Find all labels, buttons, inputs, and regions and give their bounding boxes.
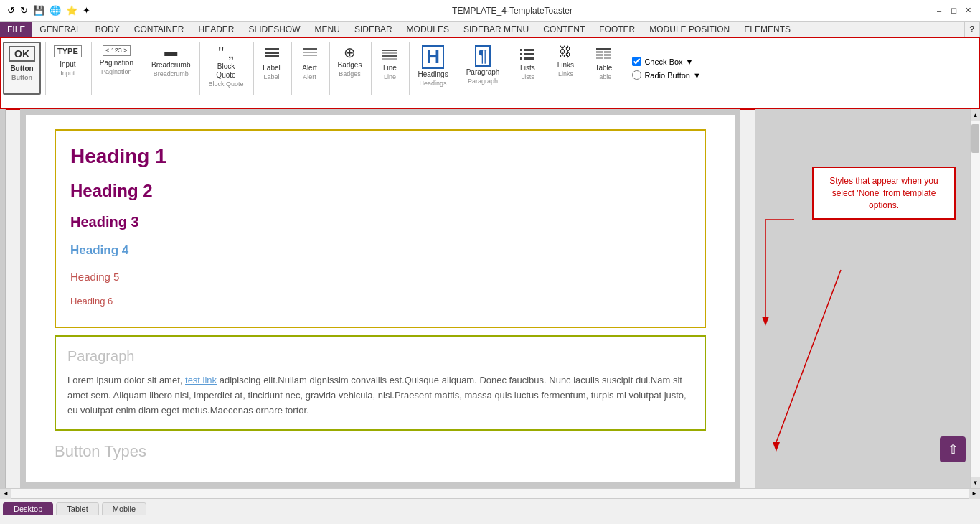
blockquote-tool[interactable]: " „ Block Quote Block Quote (203, 42, 248, 95)
checkbox-row: Check Box ▼ (632, 57, 701, 66)
redo-icon[interactable]: ↻ (19, 5, 29, 16)
links-sublabel: Links (558, 70, 573, 78)
radio-input[interactable] (632, 70, 641, 80)
h-scrollbar: ◄ ► (0, 488, 980, 498)
v-scrollbar: ▲ ▼ (970, 109, 980, 488)
checkbox-dropdown[interactable]: ▼ (686, 57, 694, 66)
blockquote-icon: " „ (218, 45, 233, 61)
table-tool[interactable]: Table Table (588, 42, 618, 95)
paragraph-icon: ¶ (475, 45, 491, 67)
alert-tool[interactable]: Alert Alert (295, 42, 325, 95)
radio-row: Radio Button ▼ (632, 70, 701, 80)
paragraph-tool[interactable]: ¶ Paragraph Paragraph (461, 42, 505, 95)
svg-rect-6 (382, 50, 397, 51)
menu-menu[interactable]: MENU (308, 22, 347, 37)
button-tool[interactable]: OK Button Button (3, 42, 41, 95)
para-link[interactable]: test link (185, 375, 217, 385)
blockquote-label: Block (217, 62, 235, 71)
button-label: Button (10, 65, 33, 73)
menu-file[interactable]: FILE (0, 22, 32, 37)
input-tool[interactable]: TYPE Input Input (49, 42, 87, 95)
page-content[interactable]: Heading 1 Heading 2 Heading 3 Heading 4 … (20, 109, 740, 488)
line-tool[interactable]: Line Line (374, 42, 405, 95)
menu-slideshow[interactable]: SLIDESHOW (242, 22, 308, 37)
ribbon: OK Button Button TYPE Input Input < 123 … (0, 37, 980, 109)
alert-icon (301, 45, 319, 62)
save-icon[interactable]: 💾 (32, 5, 46, 16)
pagination-label: Pagination (100, 59, 133, 67)
lists-icon (519, 45, 536, 62)
app-icon: ✦ (81, 5, 92, 16)
menu-bar: FILE GENERAL BODY CONTAINER HEADER SLIDE… (0, 22, 980, 37)
restore-btn[interactable]: ◻ (947, 4, 960, 17)
table-sublabel: Table (596, 73, 612, 80)
label-tool[interactable]: Label Label (257, 42, 287, 95)
lists-tool[interactable]: Lists Lists (512, 42, 542, 95)
svg-rect-18 (604, 51, 611, 53)
button-icon: OK (9, 46, 35, 62)
menu-header[interactable]: HEADER (192, 22, 242, 37)
menu-general[interactable]: GENERAL (32, 22, 88, 37)
svg-rect-7 (382, 52, 397, 54)
menu-footer[interactable]: FOOTER (592, 22, 642, 37)
checkbox-radio-group: Check Box ▼ Radio Button ▼ (626, 42, 707, 95)
heading-1: Heading 1 (70, 145, 690, 168)
tab-desktop[interactable]: Desktop (3, 502, 53, 515)
h-scroll-left[interactable]: ◄ (0, 489, 11, 499)
tab-tablet[interactable]: Tablet (56, 502, 98, 515)
scroll-up-btn[interactable]: ⇧ (940, 436, 966, 462)
svg-rect-3 (303, 48, 317, 50)
pagination-tool[interactable]: < 123 > Pagination Pagination (95, 42, 138, 95)
line-icon (381, 45, 398, 62)
window-title: TEMPLATE_4-TemplateToaster (92, 6, 933, 16)
menu-sidebar-menu[interactable]: SIDEBAR MENU (456, 22, 536, 37)
menu-sidebar[interactable]: SIDEBAR (347, 22, 400, 37)
svg-rect-19 (596, 54, 603, 56)
toolbar-group-line: Line Line (374, 42, 410, 95)
blockquote-sublabel: Block Quote (208, 80, 243, 88)
heading-6: Heading 6 (70, 296, 690, 307)
headings-tool[interactable]: H Headings Headings (413, 42, 453, 95)
help-btn[interactable]: ? (964, 22, 980, 37)
close-btn[interactable]: ✕ (961, 4, 974, 17)
minimize-btn[interactable]: – (933, 4, 946, 17)
input-sublabel: Input (60, 70, 75, 77)
label-label: Label (263, 64, 280, 72)
lists-sublabel: Lists (521, 73, 534, 80)
svg-rect-9 (382, 58, 397, 60)
star-icon[interactable]: ⭐ (65, 5, 79, 16)
tab-mobile[interactable]: Mobile (102, 502, 146, 515)
svg-rect-1 (265, 52, 279, 54)
blockquote-label2: Quote (216, 71, 235, 80)
menu-modules[interactable]: MODULES (400, 22, 456, 37)
scroll-down-arrow[interactable]: ▼ (971, 477, 981, 488)
menu-elements[interactable]: ELEMENTS (737, 22, 798, 37)
browser-icon[interactable]: 🌐 (48, 5, 62, 16)
radio-label: Radio Button (644, 71, 690, 80)
svg-rect-21 (596, 57, 603, 59)
menu-content[interactable]: CONTENT (536, 22, 592, 37)
checkbox-input[interactable] (632, 57, 641, 66)
h-scroll-right[interactable]: ► (969, 489, 980, 499)
right-sidebar: Styles that appear when you select 'None… (755, 109, 970, 488)
input-label: Input (60, 60, 75, 69)
svg-line-25 (776, 270, 841, 442)
pagination-sublabel: Pagination (101, 68, 132, 75)
badges-tool[interactable]: ⊕ Badges Badges (333, 42, 367, 95)
title-bar-left: ↺ ↻ 💾 🌐 ⭐ ✦ (6, 5, 92, 16)
toolbar-group-headings: H Headings Headings (413, 42, 458, 95)
scroll-up-arrow[interactable]: ▲ (971, 109, 981, 121)
button-types-label: Button Types (55, 442, 706, 461)
menu-module-position[interactable]: MODULE POSITION (642, 22, 737, 37)
radio-dropdown[interactable]: ▼ (693, 71, 701, 80)
menu-container[interactable]: CONTAINER (127, 22, 192, 37)
badges-label: Badges (338, 61, 362, 70)
breadcrumb-sublabel: Breadcrumb (154, 70, 189, 78)
main-area: Heading 1 Heading 2 Heading 3 Heading 4 … (0, 109, 980, 488)
scroll-thumb[interactable] (971, 124, 979, 153)
toolbar-group-alert: Alert Alert (295, 42, 330, 95)
undo-icon[interactable]: ↺ (6, 5, 17, 16)
links-tool[interactable]: ⛓ Links Links (550, 42, 580, 95)
menu-body[interactable]: BODY (88, 22, 127, 37)
breadcrumb-tool[interactable]: ▬ Breadcrumb Breadcrumb (146, 42, 195, 95)
